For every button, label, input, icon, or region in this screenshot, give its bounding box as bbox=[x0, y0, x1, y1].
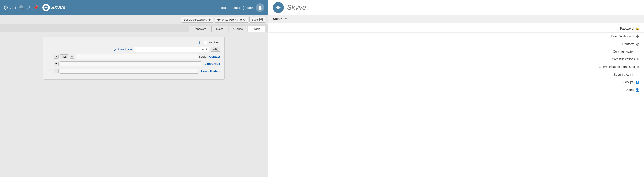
menu-groups-label: Groups bbox=[624, 80, 634, 84]
share-icon[interactable]: ↗ bbox=[27, 5, 30, 10]
form-info-icon-1: ℹ bbox=[198, 40, 202, 44]
search-icon[interactable]: 🔍 bbox=[19, 5, 24, 10]
nav-right: (setup - setup (person bbox=[221, 3, 264, 12]
username-extra-btn[interactable]: إقامة bbox=[210, 47, 220, 52]
save-icon: 💾 bbox=[259, 18, 263, 22]
right-panel: Skyve Admin ▼ Password 🔒 User Dashboard … bbox=[268, 0, 644, 177]
admin-label: Admin bbox=[273, 17, 282, 21]
generate-password-icon: ⚙ bbox=[208, 18, 211, 22]
data-group-row: ℹ ▼ : Data Group bbox=[48, 61, 220, 66]
contact-row: ℹ ▼ Pick ▼ setup : Contact bbox=[48, 54, 220, 59]
right-logo-circle bbox=[273, 2, 284, 13]
home-module-input[interactable] bbox=[60, 68, 198, 74]
contacts-icon: @ bbox=[636, 42, 640, 46]
dashboard-icon: ➕ bbox=[635, 34, 640, 38]
form-info-icon-3: ℹ bbox=[48, 62, 52, 66]
tabs-bar: Password Roles Groups Profile bbox=[0, 24, 268, 32]
pin-icon[interactable]: 📌 bbox=[33, 5, 38, 10]
right-logo-text: Skyve bbox=[287, 3, 306, 12]
contact-input[interactable] bbox=[76, 54, 198, 59]
generate-username-button[interactable]: Generate UserName ⚙ bbox=[215, 17, 248, 22]
menu-user-dashboard-label: User Dashboard bbox=[611, 34, 634, 38]
generate-username-icon: ⚙ bbox=[243, 18, 246, 22]
right-header: Skyve bbox=[268, 0, 644, 15]
generate-username-label: Generate UserName bbox=[217, 18, 242, 21]
save-button[interactable]: Save 💾 bbox=[250, 17, 265, 22]
menu-password-label: Password bbox=[620, 27, 634, 30]
info-icon[interactable]: ℹ bbox=[15, 5, 17, 10]
menu-communication-label: Communication bbox=[613, 50, 634, 53]
contact-dropdown-left[interactable]: ▼ bbox=[54, 55, 59, 59]
save-label: Save bbox=[252, 18, 258, 21]
inactive-row: ℹ : Inactive bbox=[48, 40, 220, 44]
menu-item-password[interactable]: Password 🔒 bbox=[268, 25, 644, 32]
menu-item-security-admin[interactable]: Security Admin — bbox=[268, 71, 644, 78]
home-icon[interactable]: ⌂ bbox=[10, 5, 13, 10]
data-group-input[interactable] bbox=[60, 61, 201, 66]
groups-icon: 👥 bbox=[635, 80, 640, 84]
username-input[interactable] bbox=[134, 47, 209, 52]
left-panel: ⏻ ⌂ ℹ 🔍 ↗ 📌 Skyve (setup - setup (person bbox=[0, 0, 268, 177]
communication-divider-icon: — bbox=[636, 50, 640, 53]
menu-comm-templates-label: Communication Templates bbox=[598, 65, 635, 68]
username-row: اسم المستخدم : إقامة bbox=[48, 47, 220, 52]
generate-password-label: Generate Password bbox=[184, 18, 207, 21]
contact-dropdown-right[interactable]: ▼ bbox=[70, 55, 74, 59]
home-module-label: : Home Module bbox=[200, 70, 220, 73]
security-divider-icon: — bbox=[636, 72, 640, 76]
menu-item-users[interactable]: Users 👤 bbox=[268, 86, 644, 94]
data-group-dropdown[interactable]: ▼ bbox=[54, 62, 59, 66]
nav-logo-text: Skyve bbox=[51, 5, 65, 10]
users-icon: 👤 bbox=[635, 88, 640, 92]
contact-label: : Contact bbox=[208, 55, 220, 58]
pick-button[interactable]: Pick bbox=[60, 54, 68, 59]
inactive-label: : Inactive bbox=[208, 41, 220, 44]
tab-groups[interactable]: Groups bbox=[229, 26, 248, 32]
toolbar: Generate Password ⚙ Generate UserName ⚙ … bbox=[0, 15, 268, 24]
tab-profile[interactable]: Profile bbox=[248, 26, 265, 32]
form-card: ℹ : Inactive اسم المستخدم : إقامة ℹ ▼ Pi… bbox=[43, 36, 225, 80]
user-avatar-icon[interactable] bbox=[256, 3, 264, 12]
menu-item-user-dashboard[interactable]: User Dashboard ➕ bbox=[268, 32, 644, 40]
menu-item-communications[interactable]: Communications ✉ bbox=[268, 55, 644, 63]
form-info-icon-2: ℹ bbox=[48, 54, 52, 59]
tab-roles[interactable]: Roles bbox=[212, 26, 228, 32]
menu-security-admin-label: Security Admin bbox=[614, 73, 634, 76]
inactive-checkbox[interactable] bbox=[204, 41, 207, 44]
svg-point-1 bbox=[259, 6, 261, 8]
main-content: ℹ : Inactive اسم المستخدم : إقامة ℹ ▼ Pi… bbox=[0, 32, 268, 177]
nav-logo: Skyve bbox=[42, 4, 65, 11]
menu-item-contacts[interactable]: Contacts @ bbox=[268, 40, 644, 48]
comm-templates-icon: ✉ bbox=[637, 65, 640, 69]
menu-communications-label: Communications bbox=[612, 57, 635, 61]
nav-left: ⏻ ⌂ ℹ 🔍 ↗ 📌 Skyve bbox=[4, 4, 65, 11]
svg-point-2 bbox=[258, 8, 262, 10]
menu-item-communication[interactable]: Communication — bbox=[268, 48, 644, 55]
home-module-row: ℹ ▼ : Home Module bbox=[48, 68, 220, 74]
username-label: اسم المستخدم : bbox=[112, 48, 132, 51]
generate-password-button[interactable]: Generate Password ⚙ bbox=[181, 17, 214, 22]
top-nav: ⏻ ⌂ ℹ 🔍 ↗ 📌 Skyve (setup - setup (person bbox=[0, 0, 268, 15]
form-info-icon-4: ℹ bbox=[48, 69, 52, 73]
lock-icon: 🔒 bbox=[635, 26, 640, 30]
menu-item-communication-templates[interactable]: Communication Templates ✉ bbox=[268, 63, 644, 71]
right-admin-bar: Admin ▼ bbox=[268, 15, 644, 23]
menu-contacts-label: Contacts bbox=[622, 42, 634, 46]
home-module-dropdown[interactable]: ▼ bbox=[54, 69, 59, 73]
menu-users-label: Users bbox=[626, 88, 634, 92]
menu-item-groups[interactable]: Groups 👥 bbox=[268, 78, 644, 86]
admin-arrow-icon: ▼ bbox=[285, 18, 287, 20]
skyve-logo-icon bbox=[42, 4, 50, 11]
contact-value: setup bbox=[199, 55, 206, 58]
data-group-label: : Data Group bbox=[202, 62, 220, 66]
right-menu: Password 🔒 User Dashboard ➕ Contacts @ C… bbox=[268, 23, 644, 96]
communications-icon: ✉ bbox=[637, 57, 640, 61]
tab-password[interactable]: Password bbox=[189, 26, 211, 32]
power-icon[interactable]: ⏻ bbox=[4, 5, 8, 10]
nav-user-title: (setup - setup (person bbox=[221, 6, 254, 10]
